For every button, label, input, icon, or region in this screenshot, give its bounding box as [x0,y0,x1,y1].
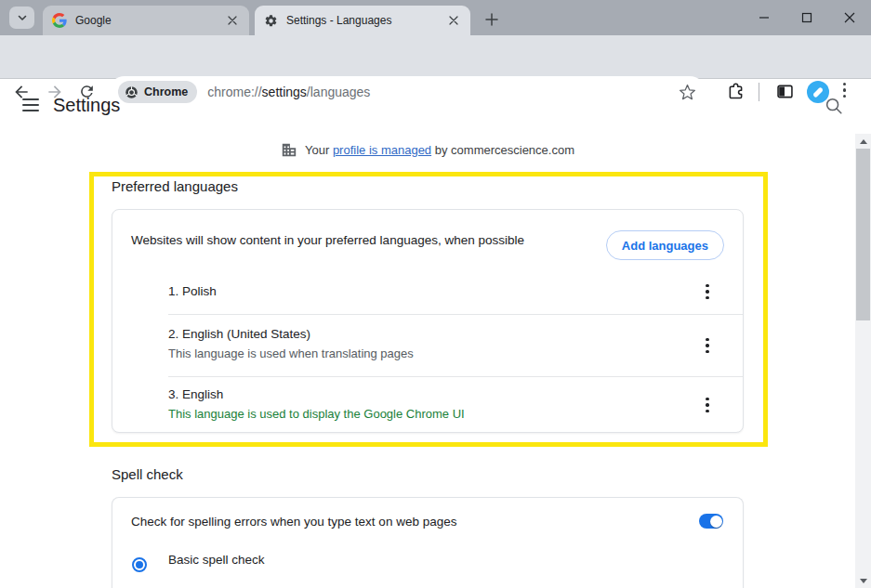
language-row-polish: 1. Polish [112,270,743,314]
address-bar[interactable]: Chrome chrome://settings/languages [109,76,706,108]
tab-google[interactable]: Google [43,6,249,35]
languages-description: Websites will show content in your prefe… [131,210,605,270]
managed-notice: Your profile is managed by commercescien… [0,141,855,158]
section-label-spell-check: Spell check [112,466,183,482]
kebab-icon [706,398,708,412]
tab-title: Google [75,14,218,27]
add-languages-button[interactable]: Add languages [606,230,724,260]
organization-building-icon [281,141,297,158]
page-title: Settings [53,95,120,116]
chrome-logo-icon [125,85,139,99]
managed-link[interactable]: profile is managed [333,143,431,157]
language-name: 2. English (United States) [168,327,310,341]
tab-close-icon[interactable] [445,13,461,29]
chrome-site-chip[interactable]: Chrome [118,81,197,103]
chip-label: Chrome [144,85,188,98]
language-menu-button[interactable] [696,281,719,303]
tab-title: Settings - Languages [286,14,440,27]
radio-dot [136,561,143,568]
tab-search-button[interactable] [9,7,34,29]
bookmark-star-icon[interactable] [679,84,696,101]
basic-spell-check-label: Basic spell check [168,553,265,567]
scroll-up-arrow[interactable] [855,134,871,149]
tab-settings-languages[interactable]: Settings - Languages [255,6,470,35]
toggle-knob [710,516,722,528]
side-panel-icon[interactable] [775,82,795,101]
language-menu-button[interactable] [696,334,719,357]
maximize-button[interactable] [785,0,828,35]
window-controls [743,0,871,35]
section-label-preferred-languages: Preferred languages [112,178,238,194]
tab-close-icon[interactable] [224,13,240,29]
spell-check-toggle-label: Check for spelling errors when you type … [131,498,456,544]
new-tab-button[interactable] [480,7,504,32]
managed-suffix: by commercescience.com [435,143,574,157]
managed-prefix: Your [305,143,329,157]
chevron-down-icon [17,12,28,23]
minimize-button[interactable] [743,0,785,35]
page-scrollbar[interactable] [855,134,871,588]
language-row-english-us: 2. English (United States) This language… [112,314,743,376]
gear-favicon-icon [264,14,278,28]
avatar-glyph [812,86,824,98]
tab-strip: Google Settings - Languages [0,0,871,35]
scrollbar-thumb[interactable] [856,149,870,320]
kebab-icon [706,338,708,353]
google-favicon-icon [52,13,67,28]
url-text[interactable]: chrome://settings/languages [207,85,679,99]
plus-icon [485,13,498,26]
preferred-languages-card: Websites will show content in your prefe… [112,209,744,433]
language-subtext: This language is used when translating p… [168,346,414,360]
settings-menu-button[interactable] [22,98,39,111]
language-subtext: This language is used to display the Goo… [168,407,465,421]
spell-check-card: Check for spelling errors when you type … [112,497,744,588]
search-icon[interactable] [824,96,844,116]
language-row-english: 3. English This language is used to disp… [112,376,743,434]
basic-spell-check-radio[interactable] [132,557,147,572]
language-menu-button[interactable] [696,394,719,416]
spell-check-toggle[interactable] [699,514,723,529]
toolbar-divider [759,83,759,101]
language-name: 3. English [168,387,223,401]
browser-toolbar: Chrome chrome://settings/languages [0,35,871,79]
scroll-down-arrow[interactable] [855,573,871,588]
language-name: 1. Polish [168,284,217,298]
extensions-icon[interactable] [726,82,746,101]
close-window-button[interactable] [828,0,871,35]
kebab-icon [706,284,708,299]
